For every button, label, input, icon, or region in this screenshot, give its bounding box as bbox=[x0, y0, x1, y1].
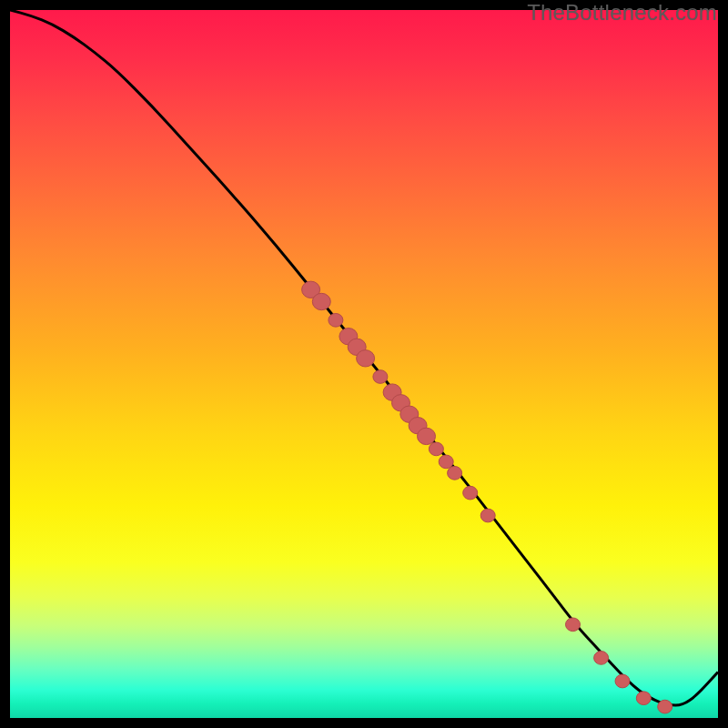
plot-area bbox=[10, 10, 718, 718]
curve-marker bbox=[566, 618, 581, 632]
chart-markers-group bbox=[302, 281, 672, 713]
curve-marker bbox=[594, 652, 609, 665]
curve-marker bbox=[636, 692, 651, 705]
curve-marker bbox=[439, 455, 453, 469]
curve-marker bbox=[658, 700, 672, 713]
curve-marker bbox=[418, 428, 436, 444]
curve-marker bbox=[312, 293, 330, 309]
chart-svg bbox=[10, 10, 718, 718]
chart-stage: TheBottleneck.com bbox=[0, 0, 728, 728]
curve-marker bbox=[463, 486, 478, 500]
curve-marker bbox=[448, 466, 462, 480]
curve-marker bbox=[480, 509, 495, 522]
curve-marker bbox=[615, 674, 630, 688]
curve-marker bbox=[373, 370, 388, 384]
curve-marker bbox=[329, 313, 343, 327]
watermark-label: TheBottleneck.com bbox=[527, 0, 717, 25]
curve-marker bbox=[357, 350, 375, 367]
curve-marker bbox=[429, 442, 443, 456]
